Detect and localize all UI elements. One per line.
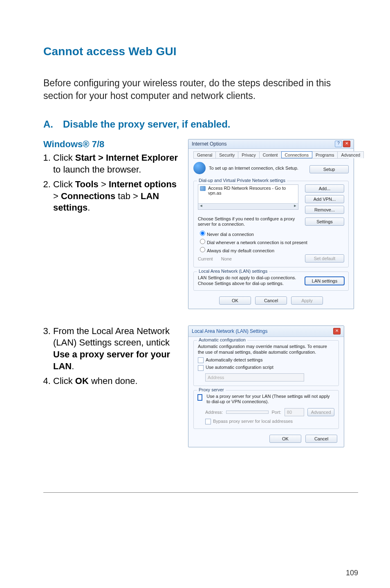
close-icon[interactable]: ✕ — [333, 328, 341, 334]
dialup-fieldset: Dial-up and Virtual Private Network sett… — [193, 181, 349, 267]
page-number: 109 — [346, 569, 358, 577]
list-item[interactable]: Access RD Network Resources - Go to vpn.… — [200, 186, 296, 195]
step4-a: Click — [53, 376, 75, 386]
current-label: Current — [198, 256, 213, 261]
proxy-address-label: Address: — [205, 410, 223, 415]
step-3: From the Local Area Network (LAN) Settin… — [53, 325, 182, 372]
step4-b: OK — [75, 376, 89, 386]
scroll-right-icon[interactable]: ► — [292, 204, 298, 209]
step2-f: Connections — [61, 191, 115, 201]
step2-i: . — [87, 202, 90, 213]
dialog1-titlebar: Internet Options ? ✕ — [188, 139, 354, 149]
use-proxy-label: Use a proxy server for your LAN (These s… — [206, 394, 334, 405]
step3-b: Use a proxy server for your LAN — [53, 349, 170, 371]
step1-text-c: to launch the browser. — [53, 164, 141, 175]
add-vpn-button[interactable]: Add VPN... — [305, 195, 344, 203]
close-icon[interactable]: ✕ — [343, 141, 350, 147]
footer-rule — [43, 492, 358, 493]
add-button[interactable]: Add... — [305, 184, 344, 193]
lan-legend: Local Area Network (LAN) settings — [197, 269, 269, 274]
dialup-legend: Dial-up and Virtual Private Network sett… — [197, 178, 287, 183]
help-icon[interactable]: ? — [335, 141, 342, 147]
lan-settings-dialog: Local Area Network (LAN) Settings ✕ Auto… — [188, 325, 344, 447]
step2-b: Tools — [75, 179, 99, 189]
step2-d: Internet options — [109, 179, 177, 189]
dialog2-titlebar: Local Area Network (LAN) Settings ✕ — [188, 326, 344, 337]
network-resource-icon — [200, 186, 206, 191]
set-default-button[interactable]: Set default — [305, 254, 344, 263]
scroll-left-icon[interactable]: ◄ — [198, 204, 204, 209]
tab-programs[interactable]: Programs — [312, 151, 338, 158]
cancel-button[interactable]: Cancel — [255, 296, 287, 305]
step3-c: . — [72, 361, 74, 371]
lan-fieldset: Local Area Network (LAN) settings LAN Se… — [193, 272, 349, 290]
advanced-button[interactable]: Advanced — [307, 408, 334, 416]
proxy-port-input: 80 — [285, 408, 304, 416]
step2-g: tab > — [115, 191, 141, 201]
step4-c: when done. — [89, 376, 138, 386]
auto-config-legend: Automatic configuration — [197, 337, 247, 342]
setup-text: To set up an Internet connection, click … — [209, 166, 298, 171]
heading-cannot-access: Cannot access Web GUI — [43, 45, 358, 58]
lan-settings-button[interactable]: LAN settings — [305, 277, 344, 285]
list-item-text: Access RD Network Resources - Go to vpn.… — [208, 186, 296, 195]
dialog2-title: Local Area Network (LAN) Settings — [192, 328, 267, 334]
windows-subheading: Windows® 7/8 — [43, 139, 182, 150]
globe-icon — [193, 162, 206, 174]
use-script-checkbox[interactable]: Use automatic configuration script — [198, 365, 334, 370]
auto-config-text: Automatic configuration may override man… — [198, 344, 334, 355]
vpn-listbox[interactable]: Access RD Network Resources - Go to vpn.… — [198, 184, 298, 210]
dialog1-title: Internet Options — [192, 141, 226, 147]
proxy-address-input — [226, 411, 268, 414]
radio-never-dial[interactable]: Never dial a connection — [198, 229, 344, 237]
ok-button[interactable]: OK — [219, 296, 251, 305]
dialog1-tabs: General Security Privacy Content Connect… — [193, 151, 349, 159]
tab-privacy[interactable]: Privacy — [238, 151, 259, 158]
tab-advanced[interactable]: Advanced — [337, 151, 364, 158]
apply-button[interactable]: Apply — [291, 296, 323, 305]
step-2: Click Tools > Internet options > Connect… — [53, 179, 182, 214]
use-proxy-checkbox[interactable] — [198, 395, 202, 400]
current-value: None — [221, 256, 232, 261]
choose-settings-text: Choose Settings if you need to configure… — [198, 216, 302, 227]
lan-cancel-button[interactable]: Cancel — [305, 435, 337, 443]
step-4: Click OK when done. — [53, 375, 182, 387]
step-1: Click Start > Internet Explorer to launc… — [53, 152, 182, 175]
tab-content[interactable]: Content — [259, 151, 282, 158]
lan-text: LAN Settings do not apply to dial-up con… — [198, 275, 302, 286]
step1-bold: Start > Internet Explorer — [75, 153, 178, 163]
step3-a: From the Local Area Network (LAN) Settin… — [53, 326, 170, 348]
script-address-input: Address — [205, 373, 304, 382]
lan-ok-button[interactable]: OK — [269, 435, 301, 443]
detect-settings-checkbox[interactable]: Automatically detect settings — [198, 357, 334, 363]
radio-always-dial[interactable]: Always dial my default connection — [198, 246, 344, 253]
step2-a: Click — [53, 179, 75, 189]
internet-options-dialog: Internet Options ? ✕ General Security Pr… — [188, 139, 354, 309]
step2-e: > — [53, 191, 61, 201]
tab-security[interactable]: Security — [215, 151, 238, 158]
remove-button[interactable]: Remove... — [305, 206, 344, 214]
bypass-checkbox: Bypass proxy server for local addresses — [205, 419, 334, 424]
proxy-settings-button[interactable]: Settings — [305, 218, 344, 226]
tab-connections[interactable]: Connections — [281, 151, 312, 158]
auto-config-fieldset: Automatic configuration Automatic config… — [193, 340, 339, 386]
proxy-port-label: Port: — [272, 410, 281, 415]
tab-general[interactable]: General — [193, 151, 216, 158]
section-a-heading: A. Disable the proxy server, if enabled. — [43, 119, 358, 130]
radio-dial-not-present[interactable]: Dial whenever a network connection is no… — [198, 238, 344, 245]
step1-text-a: Click — [53, 153, 75, 163]
proxy-legend: Proxy server — [197, 387, 226, 392]
step2-c: > — [99, 179, 109, 189]
intro-paragraph: Before configuring your wireless router,… — [43, 77, 358, 102]
setup-button[interactable]: Setup — [309, 165, 349, 173]
proxy-server-fieldset: Proxy server Use a proxy server for your… — [193, 390, 339, 429]
